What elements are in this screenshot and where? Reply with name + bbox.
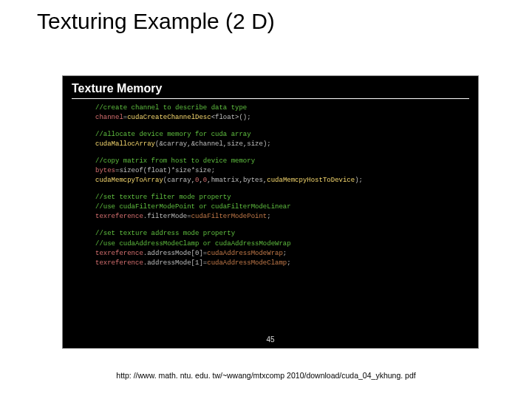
token: bytes xyxy=(243,177,263,184)
token: cudaAddressModeClamp xyxy=(207,259,287,267)
token: size xyxy=(227,140,243,148)
token: hmatrix xyxy=(211,177,239,184)
slide-title: Texturing Example (2 D) xyxy=(0,0,532,34)
comment-line: //create channel to describe data type xyxy=(95,103,469,113)
token: texreference xyxy=(95,259,143,267)
token: .addressMode[0]= xyxy=(143,250,207,257)
token: cudaMallocArray xyxy=(95,140,155,148)
token: float xyxy=(215,114,235,121)
token: carray xyxy=(167,177,191,184)
token: ); xyxy=(263,140,271,148)
code-block: //create channel to describe data typech… xyxy=(95,103,469,123)
code-block: //copy matrix from host to device memory… xyxy=(95,157,469,185)
code-line: texreference.filterMode=cudaFilterModePo… xyxy=(95,212,469,222)
token: texreference xyxy=(95,250,143,257)
token: ); xyxy=(355,177,363,184)
token: channel xyxy=(95,114,123,121)
comment-line: //set texture filter mode property xyxy=(95,193,469,202)
comment-line: //use cudaFilterModePoint or cudaFilterM… xyxy=(95,202,469,212)
token: (float)*size*size; xyxy=(143,167,215,174)
token: sizeof xyxy=(119,167,143,174)
token: ; xyxy=(287,259,290,267)
token: &carray xyxy=(159,140,187,148)
footer-url: http: //www. math. ntu. edu. tw/~wwang/m… xyxy=(116,371,415,380)
code-line: texreference.addressMode[1]=cudaAddressM… xyxy=(95,259,469,268)
token: size xyxy=(247,140,263,148)
comment-line: //set texture address mode property xyxy=(95,229,469,239)
token: cudaCreateChannelDesc xyxy=(127,114,211,121)
token: cudaFilterModePoint xyxy=(191,213,267,220)
token: .filterMode= xyxy=(143,213,191,220)
code-line: cudaMallocArray(&carray,&channel,size,si… xyxy=(95,140,469,149)
box-heading: Texture Memory xyxy=(72,82,469,95)
divider xyxy=(72,98,469,99)
token: ; xyxy=(283,250,287,257)
code-line: channel=cudaCreateChannelDesc<float>(); xyxy=(95,113,469,123)
token: texreference xyxy=(95,213,143,220)
token: cudaMemcpyToArray xyxy=(95,177,163,184)
comment-line: //allocate device memory for cuda array xyxy=(95,130,469,140)
code-block: //set texture filter mode property//use … xyxy=(95,193,469,222)
code-box: Texture Memory //create channel to descr… xyxy=(62,75,479,349)
token: ; xyxy=(267,213,270,220)
code-line: cudaMemcpyToArray(carray,0,0,hmatrix,byt… xyxy=(95,176,469,185)
comment-line: //copy matrix from host to device memory xyxy=(95,157,469,166)
code-block: //set texture address mode property//use… xyxy=(95,229,469,267)
token: &channel xyxy=(191,140,223,148)
token: cudaMemcpyHostToDevice xyxy=(267,177,355,184)
comment-line: //use cudaAddressModeClamp or cudaAddres… xyxy=(95,239,469,249)
token: >(); xyxy=(235,114,251,121)
token: bytes xyxy=(95,167,115,174)
page-number: 45 xyxy=(266,335,274,344)
token: .addressMode[1]= xyxy=(143,259,207,267)
token: cudaAddressModeWrap xyxy=(207,250,283,257)
code-block: //allocate device memory for cuda arrayc… xyxy=(95,130,469,149)
code-line: bytes=sizeof(float)*size*size; xyxy=(95,166,469,176)
code-area: //create channel to describe data typech… xyxy=(72,103,469,268)
code-line: texreference.addressMode[0]=cudaAddressM… xyxy=(95,249,469,259)
